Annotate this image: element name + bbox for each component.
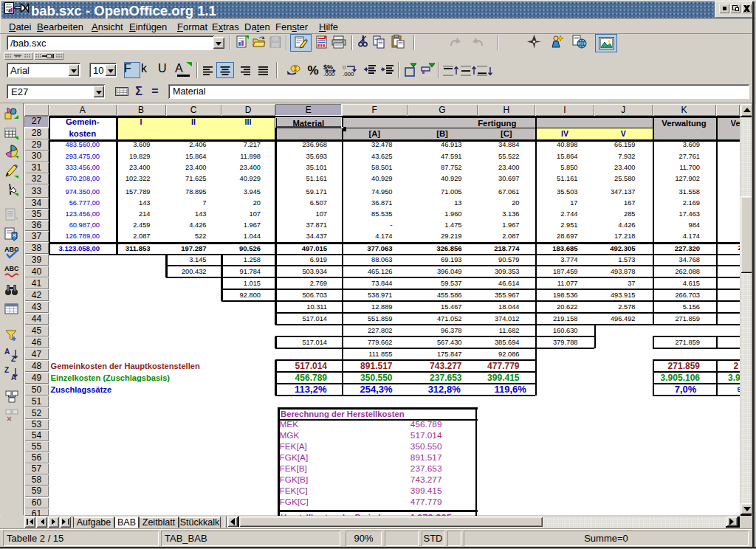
svg-text:A: A <box>4 348 10 356</box>
svg-text:Z: Z <box>4 366 9 374</box>
svg-text:Z: Z <box>11 355 16 363</box>
svg-text:ABC: ABC <box>4 246 19 253</box>
svg-text:.000: .000 <box>343 71 354 77</box>
svg-text:ABC: ABC <box>4 265 19 272</box>
svg-text:$%: $% <box>323 63 333 71</box>
svg-text:0: 0 <box>343 64 346 71</box>
